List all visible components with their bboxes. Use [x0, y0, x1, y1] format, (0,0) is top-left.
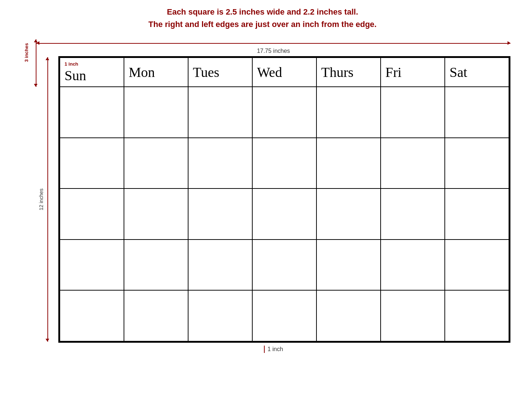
- cell-r4-wed: [252, 240, 316, 291]
- 12inch-area: 12 inches: [36, 56, 58, 343]
- calendar-table: 1 inch Sun Mon Tues Wed Thurs Fri Sat: [59, 57, 509, 342]
- table-row: [60, 188, 509, 240]
- cell-r5-mon: [124, 290, 188, 341]
- cell-r1-thurs: [316, 87, 381, 138]
- cell-r2-fri: [381, 138, 445, 189]
- 3inch-label: 3 inches: [24, 43, 29, 62]
- calendar-grid: 1 inch Sun Mon Tues Wed Thurs Fri Sat: [58, 56, 510, 343]
- cell-r2-thurs: [316, 138, 381, 189]
- cell-r4-sun: [60, 240, 124, 291]
- cell-r1-sat: [445, 87, 509, 138]
- cell-r4-sat: [445, 240, 509, 291]
- header-fri: Fri: [381, 58, 445, 87]
- measurements-container: 3 inches 17.75 inches 12 inches: [15, 39, 510, 353]
- table-row: [60, 138, 509, 189]
- calendar-body: [60, 87, 509, 341]
- cell-r2-mon: [124, 138, 188, 189]
- cell-r5-fri: [381, 290, 445, 341]
- cell-r3-wed: [252, 188, 316, 240]
- cell-r2-sun: [60, 138, 124, 189]
- cell-r1-tues: [188, 87, 252, 138]
- info-line1: Each square is 2.5 inches wide and 2.2 i…: [15, 7, 510, 17]
- cell-r5-wed: [252, 290, 316, 341]
- h-label: 17.75 inches: [257, 48, 290, 54]
- header-row: 1 inch Sun Mon Tues Wed Thurs Fri Sat: [60, 58, 509, 87]
- cell-r4-tues: [188, 240, 252, 291]
- header-mon: Mon: [124, 58, 188, 87]
- table-row: [60, 87, 509, 138]
- calendar-wrapper: 12 inches 1 inch Sun Mon Tues We: [36, 56, 510, 343]
- cell-r3-sat: [445, 188, 509, 240]
- cell-r4-mon: [124, 240, 188, 291]
- header-tues: Tues: [188, 58, 252, 87]
- cell-r5-sat: [445, 290, 509, 341]
- header-thurs: Thurs: [316, 58, 381, 87]
- bottom-area: 1 inch: [36, 346, 510, 353]
- cell-r3-mon: [124, 188, 188, 240]
- cell-r2-wed: [252, 138, 316, 189]
- header-wed: Wed: [252, 58, 316, 87]
- cell-r3-thurs: [316, 188, 381, 240]
- cell-r1-wed: [252, 87, 316, 138]
- info-line2: The right and left edges are just over a…: [15, 20, 510, 29]
- cell-r4-fri: [381, 240, 445, 291]
- 12inch-label: 12 inches: [38, 188, 44, 210]
- left-3inch-area: 3 inches: [15, 39, 36, 353]
- main-content-area: 17.75 inches 12 inches 1 inch: [36, 39, 510, 353]
- bottom-label: 1 inch: [268, 346, 283, 353]
- cell-r1-mon: [124, 87, 188, 138]
- cell-r5-sun: [60, 290, 124, 341]
- table-row: [60, 290, 509, 341]
- header-sun: 1 inch Sun: [60, 58, 124, 87]
- cell-r3-sun: [60, 188, 124, 240]
- cell-r4-thurs: [316, 240, 381, 291]
- h-measurement: 17.75 inches: [36, 39, 510, 54]
- header-sat: Sat: [445, 58, 509, 87]
- cell-r2-tues: [188, 138, 252, 189]
- cell-r1-sun: [60, 87, 124, 138]
- h-arrow: [36, 39, 510, 47]
- cell-r3-tues: [188, 188, 252, 240]
- sun-inch-label: 1 inch: [65, 61, 121, 67]
- cell-r3-fri: [381, 188, 445, 240]
- top-info-box: Each square is 2.5 inches wide and 2.2 i…: [15, 7, 510, 32]
- cell-r5-tues: [188, 290, 252, 341]
- cell-r1-fri: [381, 87, 445, 138]
- day-sun: Sun: [65, 68, 86, 83]
- table-row: [60, 240, 509, 291]
- bottom-1inch: 1 inch: [264, 346, 283, 353]
- cell-r2-sat: [445, 138, 509, 189]
- cell-r5-thurs: [316, 290, 381, 341]
- bottom-tick: [264, 346, 265, 353]
